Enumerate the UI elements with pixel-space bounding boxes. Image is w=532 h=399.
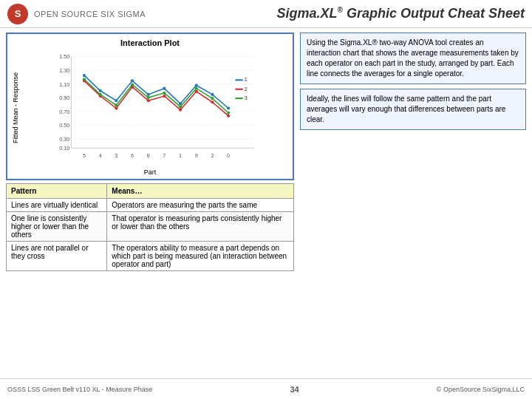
- svg-rect-59: [235, 89, 242, 90]
- chart-svg: 1.50 1.30 1.10 0.90 0.70 0.50 0.30 0.10 …: [22, 49, 288, 167]
- svg-text:0.70: 0.70: [59, 109, 69, 115]
- svg-text:0.30: 0.30: [59, 136, 69, 143]
- left-panel: Interaction Plot Fitted Mean - Response: [6, 33, 294, 374]
- y-axis-label: Fitted Mean - Response: [12, 49, 22, 167]
- svg-point-55: [211, 97, 214, 100]
- svg-text:6: 6: [131, 152, 134, 159]
- chart-title: Interaction Plot: [12, 38, 288, 47]
- svg-point-52: [163, 92, 166, 95]
- svg-point-39: [115, 106, 117, 109]
- svg-point-29: [115, 99, 117, 102]
- right-panel: Using the Sigma.XL® two-way ANOVA tool c…: [300, 33, 526, 374]
- svg-text:4: 4: [99, 152, 102, 159]
- svg-text:3: 3: [245, 95, 248, 101]
- chart-area: Fitted Mean - Response: [12, 49, 288, 167]
- pattern-table: Pattern Means… Lines are virtually ident…: [6, 183, 294, 271]
- svg-point-32: [163, 87, 166, 90]
- logo-icon: S: [7, 4, 28, 24]
- svg-point-34: [195, 83, 198, 86]
- svg-text:2: 2: [245, 86, 248, 92]
- means-cell: The operators ability to measure a part …: [107, 242, 294, 271]
- info-text-top: Using the Sigma.XL® two-way ANOVA tool c…: [307, 38, 519, 78]
- svg-point-27: [83, 74, 86, 77]
- svg-text:1.30: 1.30: [59, 67, 69, 74]
- svg-point-35: [211, 93, 214, 96]
- svg-text:8: 8: [147, 152, 150, 159]
- footer: OSSS LSS Green Belt v110 XL - Measure Ph…: [0, 378, 532, 399]
- svg-point-45: [211, 100, 214, 103]
- x-axis-label: Part: [12, 168, 288, 176]
- svg-point-50: [131, 83, 134, 86]
- svg-point-31: [147, 93, 150, 96]
- svg-text:9: 9: [195, 152, 198, 159]
- brand-text: OPEN SOURCE SIX SIGMA: [34, 10, 146, 18]
- table-row: Lines are virtually identical Operators …: [7, 199, 294, 212]
- svg-text:1: 1: [245, 76, 248, 83]
- svg-text:1.50: 1.50: [59, 53, 69, 60]
- svg-point-43: [179, 109, 182, 112]
- svg-text:5: 5: [83, 152, 86, 159]
- svg-text:1: 1: [179, 152, 182, 159]
- svg-rect-57: [235, 79, 242, 81]
- svg-point-49: [115, 103, 117, 106]
- svg-point-51: [147, 96, 150, 99]
- table-row: Lines are not parallel or they cross The…: [7, 242, 294, 271]
- page-number: 34: [290, 385, 299, 394]
- svg-text:0.90: 0.90: [59, 95, 69, 101]
- table-row: One line is consistently higher or lower…: [7, 212, 294, 242]
- footer-left: OSSS LSS Green Belt v110 XL - Measure Ph…: [7, 386, 152, 393]
- svg-text:1.10: 1.10: [59, 81, 69, 88]
- page-title: Sigma.XL® Graphic Output Cheat Sheet: [277, 6, 525, 21]
- col2-header: Means…: [107, 184, 294, 199]
- col1-header: Pattern: [7, 184, 107, 199]
- info-box-top: Using the Sigma.XL® two-way ANOVA tool c…: [300, 33, 526, 84]
- pattern-cell: Lines are virtually identical: [7, 199, 107, 212]
- header: S OPEN SOURCE SIX SIGMA Sigma.XL® Graphi…: [0, 0, 532, 28]
- svg-point-30: [131, 79, 134, 82]
- pattern-cell: One line is consistently higher or lower…: [7, 212, 107, 242]
- svg-text:7: 7: [163, 152, 166, 159]
- svg-point-53: [179, 105, 182, 108]
- svg-point-48: [99, 93, 102, 96]
- svg-point-46: [227, 115, 230, 117]
- svg-text:3: 3: [115, 152, 117, 159]
- svg-rect-61: [235, 98, 242, 99]
- footer-right: © OpenSource SixSigma,LLC: [437, 386, 525, 393]
- info-box-bottom: Ideally, the lines will follow the same …: [300, 89, 526, 130]
- svg-text:2: 2: [211, 152, 214, 159]
- svg-point-56: [227, 112, 230, 115]
- svg-text:0.50: 0.50: [59, 122, 69, 129]
- chart-container: Interaction Plot Fitted Mean - Response: [6, 33, 294, 180]
- svg-point-41: [147, 99, 150, 102]
- svg-point-42: [163, 95, 166, 98]
- chart-plot: 1.50 1.30 1.10 0.90 0.70 0.50 0.30 0.10 …: [22, 49, 288, 167]
- svg-point-47: [83, 78, 86, 81]
- svg-text:0: 0: [227, 152, 230, 159]
- svg-point-54: [195, 87, 198, 90]
- means-cell: Operators are measuring the parts the sa…: [107, 199, 294, 212]
- pattern-cell: Lines are not parallel or they cross: [7, 242, 107, 271]
- svg-point-28: [99, 89, 102, 92]
- means-cell: That operator is measuring parts consist…: [107, 212, 294, 242]
- svg-point-36: [227, 106, 230, 109]
- svg-text:0.10: 0.10: [59, 145, 69, 151]
- main-content: Interaction Plot Fitted Mean - Response: [0, 28, 532, 378]
- info-text-bottom: Ideally, the lines will follow the same …: [307, 95, 505, 123]
